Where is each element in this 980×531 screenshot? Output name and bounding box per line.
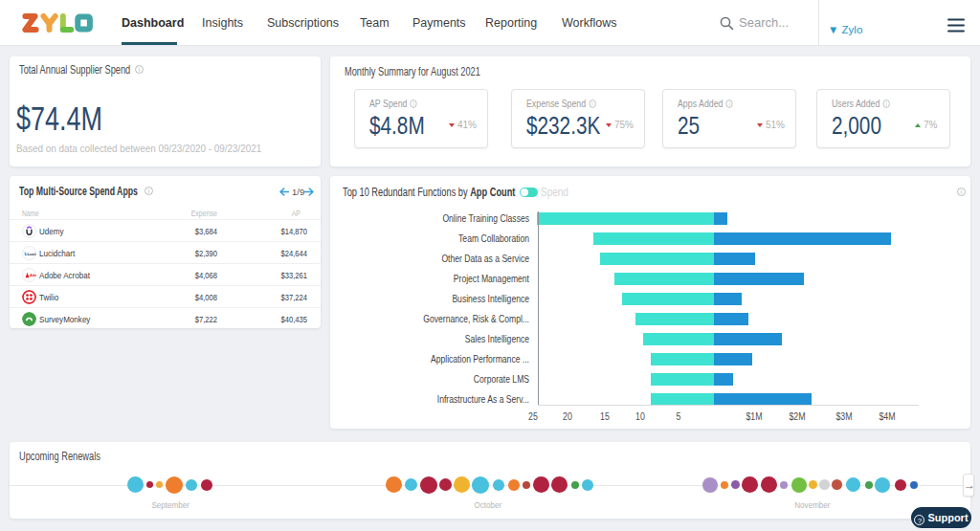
svg-text:Lucid: Lucid: [27, 252, 36, 256]
svg-text:Adobe: Adobe: [30, 273, 36, 277]
